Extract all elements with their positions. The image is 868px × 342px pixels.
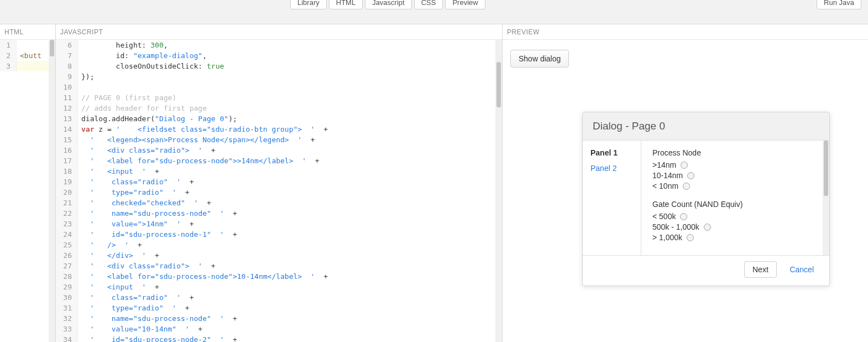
code-text[interactable]: ' checked="checked" ' + xyxy=(78,198,211,208)
editor-line[interactable]: 10 xyxy=(56,82,495,92)
editor-line[interactable]: 16 ' <div class="radio"> ' + xyxy=(56,145,495,156)
code-text[interactable]: // adds header for first page xyxy=(78,103,207,113)
code-text[interactable]: ' class="radio" ' + xyxy=(78,177,194,187)
code-text[interactable]: ' <input ' + xyxy=(78,166,159,177)
radio-option[interactable]: >14nm xyxy=(652,160,829,169)
editor-line[interactable]: 2<butt xyxy=(0,50,49,61)
tab-preview[interactable]: Preview xyxy=(445,0,485,9)
scrollbar-thumb[interactable] xyxy=(496,62,501,107)
line-number: 21 xyxy=(56,198,78,208)
editor-line[interactable]: 18 ' <input ' + xyxy=(56,166,495,177)
code-text[interactable]: ' <label for="sdu-process-node">>14nm</l… xyxy=(78,156,319,166)
editor-line[interactable]: 28 ' <label for="sdu-process-node">10-14… xyxy=(56,271,495,282)
code-text[interactable]: id: "example-dialog", xyxy=(78,50,207,61)
code-text[interactable]: ' name="sdu-process-node" ' + xyxy=(78,208,237,219)
code-text[interactable]: ' id="sdu-process-node-2" ' + xyxy=(78,334,237,342)
tab-javascript[interactable]: Javascript xyxy=(365,0,412,9)
tab-html[interactable]: HTML xyxy=(329,0,363,9)
scrollbar-thumb[interactable] xyxy=(50,40,54,56)
code-text[interactable]: <butt xyxy=(17,50,41,61)
dialog-panel-item[interactable]: Panel 1 xyxy=(590,148,641,157)
code-text[interactable]: }); xyxy=(78,71,94,82)
editor-line[interactable]: 21 ' checked="checked" ' + xyxy=(56,198,495,208)
editor-line[interactable]: 32 ' name="sdu-process-node" ' + xyxy=(56,313,495,324)
radio-input[interactable] xyxy=(704,224,711,231)
code-text[interactable] xyxy=(78,82,81,92)
editor-line[interactable]: 8 closeOnOutsideClick: true xyxy=(56,61,495,71)
next-button[interactable]: Next xyxy=(744,261,777,278)
javascript-editor[interactable]: 6 height: 300,7 id: "example-dialog",8 c… xyxy=(56,40,502,342)
code-text[interactable]: ' <div class="radio"> ' + xyxy=(78,145,216,156)
editor-line[interactable]: 20 ' type="radio" ' + xyxy=(56,187,495,198)
radio-input[interactable] xyxy=(681,162,688,169)
tab-library[interactable]: Library xyxy=(290,0,327,9)
code-text[interactable] xyxy=(17,40,20,50)
editor-line[interactable]: 15 ' <legend><span>Process Node</span></… xyxy=(56,134,495,145)
line-number: 17 xyxy=(56,156,78,166)
code-text[interactable]: closeOnOutsideClick: true xyxy=(78,61,224,71)
cancel-button[interactable]: Cancel xyxy=(782,262,822,277)
editor-line[interactable]: 27 ' <div class="radio"> ' + xyxy=(56,261,495,271)
line-number: 19 xyxy=(56,177,78,187)
code-text[interactable]: ' value="10-14nm" ' + xyxy=(78,324,202,334)
dialog-panel-item[interactable]: Panel 2 xyxy=(590,164,641,173)
code-text[interactable]: ' </div> ' + xyxy=(78,250,159,261)
run-button[interactable]: Run Java xyxy=(817,0,861,9)
code-text[interactable] xyxy=(17,61,20,71)
editor-line[interactable]: 12// adds header for first page xyxy=(56,103,495,113)
editor-line[interactable]: 1 xyxy=(0,40,49,50)
editor-line[interactable]: 29 ' <input ' + xyxy=(56,282,495,292)
code-text[interactable]: ' <input ' + xyxy=(78,282,159,292)
editor-line[interactable]: 11// PAGE 0 (first page) xyxy=(56,92,495,103)
editor-line[interactable]: 14var z = ' <fieldset class="sdu-radio-b… xyxy=(56,124,495,134)
editor-line[interactable]: 31 ' type="radio" ' + xyxy=(56,303,495,313)
show-dialog-button[interactable]: Show dialog xyxy=(510,50,569,68)
editor-line[interactable]: 25 ' /> ' + xyxy=(56,240,495,250)
editor-line[interactable]: 30 ' class="radio" ' + xyxy=(56,292,495,303)
editor-line[interactable]: 6 height: 300, xyxy=(56,40,495,50)
scrollbar[interactable] xyxy=(495,40,502,342)
code-text[interactable]: ' <label for="sdu-process-node">10-14nm<… xyxy=(78,271,328,282)
scrollbar-thumb[interactable] xyxy=(824,141,828,196)
code-text[interactable]: ' value=">14nm" ' + xyxy=(78,219,194,229)
radio-label: < 10nm xyxy=(652,182,678,190)
radio-option[interactable]: > 1,000k xyxy=(652,233,829,242)
editor-line[interactable]: 7 id: "example-dialog", xyxy=(56,50,495,61)
editor-line[interactable]: 22 ' name="sdu-process-node" ' + xyxy=(56,208,495,219)
radio-input[interactable] xyxy=(680,213,687,220)
code-text[interactable]: // PAGE 0 (first page) xyxy=(78,92,176,103)
radio-option[interactable]: 10-14nm xyxy=(652,171,829,180)
editor-line[interactable]: 26 ' </div> ' + xyxy=(56,250,495,261)
radio-option[interactable]: 500k - 1,000k xyxy=(652,222,829,231)
editor-line[interactable]: 34 ' id="sdu-process-node-2" ' + xyxy=(56,334,495,342)
radio-option[interactable]: < 10nm xyxy=(652,182,829,190)
code-text[interactable]: ' type="radio" ' + xyxy=(78,187,190,198)
code-text[interactable]: ' <div class="radio"> ' + xyxy=(78,261,216,271)
radio-input[interactable] xyxy=(687,172,694,179)
code-text[interactable]: ' <legend><span>Process Node</span></leg… xyxy=(78,134,315,145)
editor-line[interactable]: 23 ' value=">14nm" ' + xyxy=(56,219,495,229)
code-text[interactable]: var z = ' <fieldset class="sdu-radio-btn… xyxy=(78,124,328,134)
scrollbar[interactable] xyxy=(49,40,55,342)
radio-input[interactable] xyxy=(687,234,694,241)
radio-option[interactable]: < 500k xyxy=(652,212,829,221)
editor-line[interactable]: 9}); xyxy=(56,71,495,82)
editor-line[interactable]: 13dialog.addHeader("Dialog - Page 0"); xyxy=(56,113,495,124)
line-number: 11 xyxy=(56,92,78,103)
radio-input[interactable] xyxy=(683,183,690,190)
code-text[interactable]: ' type="radio" ' + xyxy=(78,303,190,313)
scrollbar[interactable] xyxy=(823,141,829,255)
code-text[interactable]: height: 300, xyxy=(78,40,168,50)
code-text[interactable]: dialog.addHeader("Dialog - Page 0"); xyxy=(78,113,237,124)
editor-line[interactable]: 3 xyxy=(0,61,49,71)
code-text[interactable]: ' id="sdu-process-node-1" ' + xyxy=(78,229,237,240)
code-text[interactable]: ' name="sdu-process-node" ' + xyxy=(78,313,237,324)
code-text[interactable]: ' /> ' + xyxy=(78,240,142,250)
editor-line[interactable]: 33 ' value="10-14nm" ' + xyxy=(56,324,495,334)
code-text[interactable]: ' class="radio" ' + xyxy=(78,292,194,303)
editor-line[interactable]: 24 ' id="sdu-process-node-1" ' + xyxy=(56,229,495,240)
editor-line[interactable]: 19 ' class="radio" ' + xyxy=(56,177,495,187)
html-editor[interactable]: 12<butt3 xyxy=(0,40,55,342)
editor-line[interactable]: 17 ' <label for="sdu-process-node">>14nm… xyxy=(56,156,495,166)
tab-css[interactable]: CSS xyxy=(414,0,443,9)
